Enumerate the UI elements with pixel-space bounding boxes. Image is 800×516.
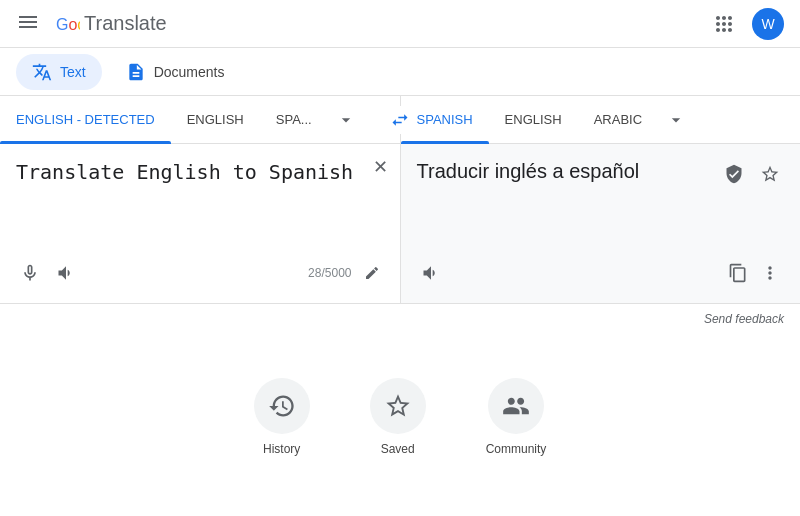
lang-spa[interactable]: SPA...: [260, 96, 328, 144]
source-listen-button[interactable]: [16, 259, 44, 287]
logo: Google Translate: [56, 12, 167, 36]
documents-tab-label: Documents: [154, 64, 225, 80]
feedback-bar: Send feedback: [0, 304, 800, 334]
send-feedback-link[interactable]: Send feedback: [704, 312, 784, 326]
lang-arabic-target[interactable]: ARABIC: [578, 96, 658, 144]
target-languages: SPANISH ENGLISH ARABIC: [401, 96, 801, 144]
target-more-button[interactable]: [756, 259, 784, 287]
lang-detected[interactable]: ENGLISH - DETECTED: [0, 96, 171, 144]
tab-bar: Text Documents: [0, 48, 800, 96]
svg-text:Google: Google: [56, 16, 80, 33]
grid-icon[interactable]: [704, 4, 744, 44]
source-panel: Translate English to Spanish ✕ 28/5000: [0, 144, 401, 303]
history-item[interactable]: History: [254, 378, 310, 456]
lang-english-target[interactable]: ENGLISH: [489, 96, 578, 144]
target-verified-icon: [720, 160, 748, 188]
history-icon-circle: [254, 378, 310, 434]
community-item[interactable]: Community: [486, 378, 547, 456]
source-footer: 28/5000: [16, 259, 384, 287]
clear-source-button[interactable]: ✕: [373, 156, 388, 178]
source-text-input[interactable]: Translate English to Spanish: [16, 160, 384, 251]
language-selector: ENGLISH - DETECTED ENGLISH SPA... SPANIS…: [0, 96, 800, 144]
saved-icon-circle: [370, 378, 426, 434]
target-listen-button[interactable]: [417, 259, 445, 287]
source-lang-dropdown[interactable]: [328, 96, 364, 144]
target-panel: Traducir inglés a español: [401, 144, 801, 303]
history-label: History: [263, 442, 300, 456]
char-count: 28/5000: [88, 266, 352, 280]
saved-label: Saved: [381, 442, 415, 456]
source-speaker-button[interactable]: [52, 259, 80, 287]
target-footer: [417, 259, 785, 287]
source-languages: ENGLISH - DETECTED ENGLISH SPA...: [0, 96, 400, 144]
header: Google Translate W: [0, 0, 800, 48]
target-favorite-button[interactable]: [756, 160, 784, 188]
header-icons: W: [704, 4, 784, 44]
logo-text: Translate: [84, 12, 167, 35]
target-lang-dropdown[interactable]: [658, 96, 694, 144]
documents-tab[interactable]: Documents: [110, 54, 241, 90]
text-tab[interactable]: Text: [16, 54, 102, 90]
avatar[interactable]: W: [752, 8, 784, 40]
saved-item[interactable]: Saved: [370, 378, 426, 456]
target-text-row: Traducir inglés a español: [417, 160, 785, 251]
bottom-section: History Saved Community: [0, 354, 800, 480]
text-tab-label: Text: [60, 64, 86, 80]
source-edit-button[interactable]: [360, 261, 384, 285]
translation-area: Translate English to Spanish ✕ 28/5000: [0, 144, 800, 304]
lang-english-source[interactable]: ENGLISH: [171, 96, 260, 144]
target-copy-button[interactable]: [724, 259, 752, 287]
community-icon-circle: [488, 378, 544, 434]
community-label: Community: [486, 442, 547, 456]
menu-icon[interactable]: [16, 10, 40, 38]
swap-languages-button[interactable]: [386, 106, 414, 134]
target-text: Traducir inglés a español: [417, 160, 713, 183]
